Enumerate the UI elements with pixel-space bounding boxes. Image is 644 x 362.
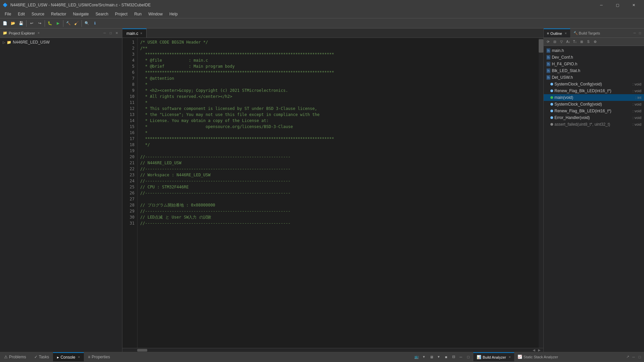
line-num: 18 (122, 142, 135, 148)
outline-tab-icon: ≡ (547, 32, 549, 35)
build-panel-max[interactable]: □ (637, 354, 643, 360)
minimize-button[interactable]: ─ (594, 0, 609, 10)
menu-run[interactable]: Run (131, 11, 145, 17)
console-arrow-down[interactable]: ▾ (421, 354, 427, 360)
outline-dot (550, 103, 553, 106)
menu-navigate[interactable]: Navigate (69, 11, 92, 17)
project-tree: ▷ 📁 N446RE_LED_USW (0, 38, 122, 352)
problems-icon: ⚠ (4, 355, 8, 359)
scroll-arrow-right[interactable]: ▶ (537, 348, 542, 352)
outline-func-assert-failed[interactable]: assert_failed(uint8_t*, uint32_t) : void (544, 121, 644, 128)
outline-func-label: main(void) (554, 95, 634, 100)
console-clear-btn[interactable]: ⊟ (450, 354, 457, 360)
outline-func-sysclock-def[interactable]: SystemClock_Config(void) : void (544, 101, 644, 108)
tab-build-analyzer[interactable]: 📊 Build Analyzer × (473, 352, 514, 361)
project-root-item[interactable]: ▷ 📁 N446RE_LED_USW (0, 39, 122, 45)
menu-refactor[interactable]: Refactor (48, 11, 69, 17)
toolbar-clean[interactable]: 🧹 (73, 20, 80, 27)
tree-arrow: ▷ (3, 41, 5, 44)
console-tab-close[interactable]: × (78, 355, 80, 359)
menu-source[interactable]: Source (28, 11, 48, 17)
panel-minimize-btn[interactable]: ─ (102, 31, 107, 36)
toolbar-info[interactable]: ℹ (91, 20, 99, 27)
tab-close-btn[interactable]: × (140, 32, 142, 35)
outline-file-det-usw[interactable]: h Det_USW.h (544, 74, 644, 81)
toolbar-run[interactable]: ▶ (54, 20, 62, 27)
line-num: 29 (122, 208, 135, 214)
outline-tab-close[interactable]: × (565, 32, 567, 35)
outline-hide-statics-btn[interactable]: S (585, 39, 591, 45)
menu-edit[interactable]: Edit (14, 11, 28, 17)
outline-file-hf4-gpio[interactable]: h H_F4_GPIO.h (544, 61, 644, 67)
right-panel-max[interactable]: □ (637, 31, 643, 36)
toolbar-save[interactable]: 💾 (17, 20, 25, 27)
menu-window[interactable]: Window (145, 11, 166, 17)
toolbar-search[interactable]: 🔍 (83, 20, 91, 27)
outline-func-sysclock-decl[interactable]: SystemClock_Config(void) : void (544, 81, 644, 87)
tab-console[interactable]: ▸ Console × (53, 352, 84, 361)
tab-tasks[interactable]: ✓ Tasks (30, 352, 53, 361)
outline-func-renew-def[interactable]: Renew_Flag_Blk_LED(int16_t*) : void (544, 108, 644, 114)
console-new-btn[interactable]: 📺 (413, 354, 420, 360)
line-num: 21 (122, 160, 135, 166)
line-num: 3 (122, 51, 135, 57)
outline-file-main-h[interactable]: h main.h (544, 47, 644, 54)
outline-collapse-btn[interactable]: ⊟ (552, 39, 558, 45)
file-icon-h: h (546, 68, 550, 73)
menu-search[interactable]: Search (92, 11, 112, 17)
tab-problems[interactable]: ⚠ Problems (0, 352, 30, 361)
problems-label: Problems (9, 355, 26, 359)
line-num: 26 (122, 190, 135, 196)
console-maximize[interactable]: □ (465, 354, 472, 360)
outline-filter-btn[interactable]: ▽ (558, 39, 565, 45)
menu-file[interactable]: File (1, 11, 14, 17)
outline-file-dev-conf[interactable]: h Dev_Conf.h (544, 54, 644, 61)
toolbar-debug[interactable]: 🐛 (46, 20, 54, 27)
editor-tab-main-c[interactable]: main.c × (122, 28, 147, 38)
maximize-button[interactable]: ▢ (610, 0, 625, 10)
panel-tab-close[interactable]: × (38, 31, 40, 35)
editor-area: main.c × 1 2 3 4 5 6 7 8 9 10 11 12 13 1… (122, 28, 543, 352)
build-panel-min[interactable]: ─ (631, 354, 637, 360)
tab-outline[interactable]: ≡ Outline × (544, 28, 570, 38)
project-explorer-header: 📁 Project Explorer × ─ □ ✕ (0, 28, 122, 38)
outline-func-label: SystemClock_Config(void) (554, 102, 631, 107)
close-button[interactable]: ✕ (626, 0, 641, 10)
build-analyzer-close[interactable]: × (509, 355, 511, 359)
editor-scrollbar[interactable] (539, 38, 543, 348)
editor-hscrollbar[interactable]: ◀ ▶ (122, 348, 543, 352)
build-panel-export[interactable]: ↗ (625, 354, 631, 360)
outline-file-blk-led[interactable]: h Blk_LED_Stat.h (544, 67, 644, 74)
outline-func-renew-decl[interactable]: Renew_Flag_Blk_LED(int16_t*) : void (544, 87, 644, 94)
panel-header-controls: ─ □ ✕ (102, 31, 119, 36)
line-num: 19 (122, 148, 135, 154)
toolbar-undo[interactable]: ↩ (28, 20, 35, 27)
outline-func-main[interactable]: main(void) : int (544, 94, 644, 101)
toolbar-open[interactable]: 📂 (9, 20, 17, 27)
tab-build-targets[interactable]: 🔨 Build Targets (570, 28, 603, 38)
panel-close-btn[interactable]: ✕ (114, 31, 119, 36)
code-editor[interactable]: /* USER CODE BEGIN Header */ /** *******… (138, 38, 539, 348)
outline-hide-fields-btn[interactable]: ⊞ (579, 39, 585, 45)
build-panel-controls: ↗ ─ □ (625, 354, 644, 360)
toolbar-build[interactable]: 🔨 (65, 20, 72, 27)
tab-properties[interactable]: ≡ Properties (84, 352, 114, 361)
outline-sort-alpha-btn[interactable]: A↓ (565, 39, 571, 45)
outline-settings-btn[interactable]: ⚙ (592, 39, 598, 45)
console-minimize[interactable]: ─ (458, 354, 464, 360)
console-stop-btn[interactable]: ■ (443, 354, 449, 360)
console-display-btn[interactable]: 🖥 (428, 354, 435, 360)
right-panel-min[interactable]: ─ (632, 31, 637, 36)
outline-func-error-handler[interactable]: Error_Handler(void) : void (544, 114, 644, 121)
file-name: H_F4_GPIO.h (552, 62, 577, 66)
menu-help[interactable]: Help (166, 11, 181, 17)
menu-project[interactable]: Project (112, 11, 131, 17)
tab-static-stack[interactable]: 📈 Static Stack Analyzer (514, 352, 561, 361)
scroll-arrow-left[interactable]: ◀ (531, 348, 537, 352)
outline-sync-btn[interactable]: ⟳ (545, 39, 551, 45)
toolbar-new[interactable]: 📄 (1, 20, 9, 27)
panel-maximize-btn[interactable]: □ (108, 31, 113, 36)
toolbar-redo[interactable]: ↪ (36, 20, 43, 27)
outline-sort-type-btn[interactable]: T↓ (572, 39, 578, 45)
console-arrow-down2[interactable]: ▾ (435, 354, 442, 360)
